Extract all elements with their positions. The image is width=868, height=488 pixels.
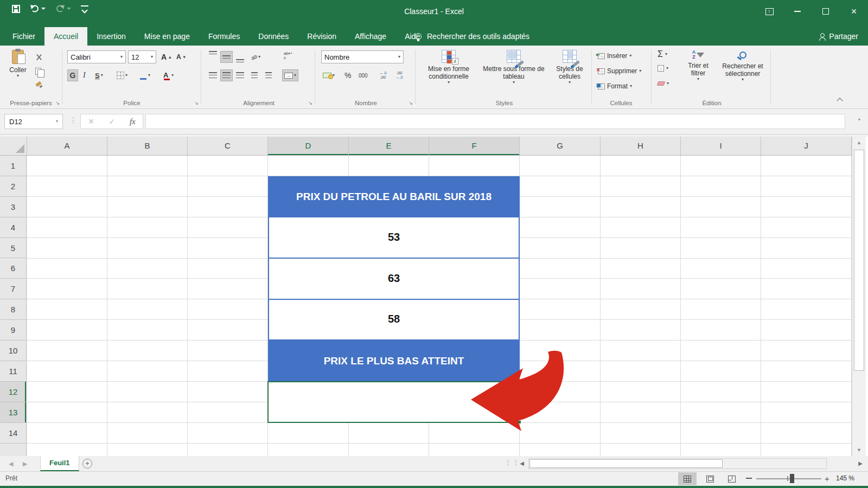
collapse-ribbon-icon[interactable] — [837, 98, 843, 104]
formula-input[interactable] — [145, 114, 845, 129]
font-name-combo[interactable]: Calibri▾ — [67, 50, 126, 63]
format-painter-button[interactable] — [34, 79, 44, 91]
selected-cell-d12[interactable] — [267, 381, 520, 423]
format-button[interactable]: ▦Format▾ — [598, 82, 632, 90]
share-button[interactable]: Partager — [819, 27, 858, 46]
delete-dropdown-icon[interactable]: ▾ — [639, 69, 641, 73]
alignment-dialog-launcher-icon[interactable]: ↘ — [308, 100, 312, 106]
row-header-8[interactable]: 8 — [0, 299, 27, 320]
find-select-button[interactable]: Rechercher et sélectionner ▾ — [717, 50, 768, 97]
tab-accueil[interactable]: Accueil — [44, 27, 87, 46]
insert-button[interactable]: ⇤Insérer▾ — [598, 52, 631, 60]
new-sheet-button[interactable]: + — [82, 459, 92, 468]
decrease-indent-button[interactable] — [250, 69, 259, 81]
column-header-A[interactable]: A — [27, 137, 107, 155]
row-header-14[interactable]: 14 — [0, 423, 27, 444]
column-header-I[interactable]: I — [681, 137, 761, 155]
cell-value-3[interactable]: 58 — [268, 300, 520, 341]
find-select-dropdown-icon[interactable]: ▾ — [742, 78, 744, 82]
column-header-C[interactable]: C — [188, 137, 268, 155]
column-header-F[interactable]: F — [429, 137, 520, 155]
cell-value-1[interactable]: 53 — [268, 217, 520, 259]
column-header-D[interactable]: D — [268, 137, 349, 155]
number-dialog-launcher-icon[interactable]: ↘ — [409, 100, 413, 106]
borders-dropdown-icon[interactable]: ▾ — [125, 73, 127, 78]
ribbon-display-options-button[interactable]: ↑ — [755, 0, 783, 23]
row-header-4[interactable]: 4 — [0, 217, 27, 238]
row-header-5[interactable]: 5 — [0, 238, 27, 259]
hscroll-left-icon[interactable]: ◀ — [516, 458, 527, 469]
fill-color-button[interactable]: ▾ — [138, 69, 152, 81]
name-box[interactable]: D12 ▾ — [4, 114, 63, 129]
tab-fichier[interactable]: Fichier — [3, 27, 44, 46]
align-middle-button[interactable] — [220, 51, 233, 63]
zoom-out-icon[interactable] — [746, 478, 752, 479]
increase-indent-button[interactable] — [264, 69, 273, 81]
column-header-H[interactable]: H — [601, 137, 681, 155]
row-header-10[interactable]: 10 — [0, 341, 27, 361]
font-color-dropdown-icon[interactable]: ▾ — [171, 73, 174, 78]
font-dialog-launcher-icon[interactable]: ↘ — [194, 100, 199, 106]
insert-function-icon[interactable]: fx — [130, 117, 136, 126]
cell-table-footer[interactable]: PRIX LE PLUS BAS ATTEINT — [268, 341, 520, 382]
thousands-separator-button[interactable]: 000 — [357, 69, 369, 81]
autosum-button[interactable]: Σ▾ — [658, 50, 667, 59]
view-page-layout-button[interactable] — [701, 472, 719, 485]
enter-icon[interactable]: ✓ — [109, 117, 116, 126]
row-header-3[interactable]: 3 — [0, 197, 27, 217]
accounting-format-button[interactable]: ▾ — [321, 69, 336, 81]
align-bottom-button[interactable] — [234, 51, 246, 63]
cancel-icon[interactable]: ✕ — [88, 117, 94, 126]
vertical-scrollbar[interactable]: ▲ ▼ — [852, 137, 866, 456]
sort-filter-button[interactable]: AZ Trier et filtrer ▾ — [681, 50, 715, 97]
merge-dropdown-icon[interactable]: ▾ — [294, 73, 296, 78]
align-right-button[interactable] — [234, 69, 246, 81]
clear-button[interactable]: ▾ — [658, 81, 669, 86]
cut-button[interactable] — [34, 51, 44, 63]
minimize-button[interactable] — [783, 0, 812, 23]
autosum-dropdown-icon[interactable]: ▾ — [665, 52, 667, 56]
cell-styles-dropdown-icon[interactable]: ▾ — [569, 80, 571, 85]
vertical-scrollbar-thumb[interactable] — [854, 150, 864, 371]
align-top-button[interactable] — [207, 51, 219, 63]
tab-mise-en-page[interactable]: Mise en page — [135, 27, 199, 46]
fill-handle[interactable] — [518, 420, 521, 424]
maximize-button[interactable] — [812, 0, 840, 23]
clipboard-dialog-launcher-icon[interactable]: ↘ — [55, 100, 60, 106]
cell-table-title[interactable]: PRIX DU PETROLE AU BARIL SUR 2018 — [268, 176, 520, 217]
zoom-slider-thumb[interactable] — [790, 474, 794, 483]
decrease-decimal-button[interactable]: .00→,0 — [394, 69, 405, 81]
increase-decimal-button[interactable]: ←.0,00 — [378, 69, 388, 81]
sheet-tab-feuil1[interactable]: Feuil1 — [40, 456, 79, 471]
row-header-7[interactable]: 7 — [0, 279, 27, 299]
view-normal-button[interactable] — [678, 472, 697, 485]
row-header-1[interactable]: 1 — [0, 156, 27, 176]
column-header-E[interactable]: E — [349, 137, 429, 155]
wrap-text-button[interactable]: ab↩c — [282, 50, 294, 62]
fill-color-dropdown-icon[interactable]: ▾ — [148, 73, 150, 78]
format-as-table-button[interactable]: Mettre sous forme de tableau ▾ — [479, 50, 548, 97]
expand-formula-bar-icon[interactable]: ▾ — [858, 118, 860, 122]
tab-données[interactable]: Données — [249, 27, 298, 46]
scroll-up-icon[interactable]: ▲ — [852, 140, 866, 145]
cell-styles-button[interactable]: Styles de cellules ▾ — [551, 50, 589, 97]
paste-dropdown-icon[interactable]: ▾ — [17, 74, 19, 78]
insert-dropdown-icon[interactable]: ▾ — [629, 54, 631, 58]
tab-révision[interactable]: Révision — [298, 27, 346, 46]
fill-dropdown-icon[interactable]: ▾ — [666, 66, 668, 70]
font-name-dropdown-icon[interactable]: ▾ — [120, 55, 123, 59]
close-button[interactable]: × — [840, 0, 868, 23]
conditional-formatting-dropdown-icon[interactable]: ▾ — [448, 80, 450, 85]
font-size-combo[interactable]: 12▾ — [128, 50, 156, 63]
delete-button[interactable]: ✕Supprimer▾ — [598, 67, 641, 75]
hscroll-right-icon[interactable]: ▶ — [855, 458, 866, 469]
tab-formules[interactable]: Formules — [199, 27, 249, 46]
borders-button[interactable]: ▾ — [115, 69, 129, 81]
fill-button[interactable]: ↓▾ — [658, 65, 668, 72]
name-box-dropdown-icon[interactable]: ▾ — [56, 119, 58, 124]
scroll-down-icon[interactable]: ▼ — [852, 447, 866, 453]
column-header-J[interactable]: J — [761, 137, 852, 155]
horizontal-scrollbar[interactable] — [528, 458, 827, 469]
column-header-G[interactable]: G — [520, 137, 601, 155]
copy-button[interactable]: ▾ — [34, 65, 46, 77]
